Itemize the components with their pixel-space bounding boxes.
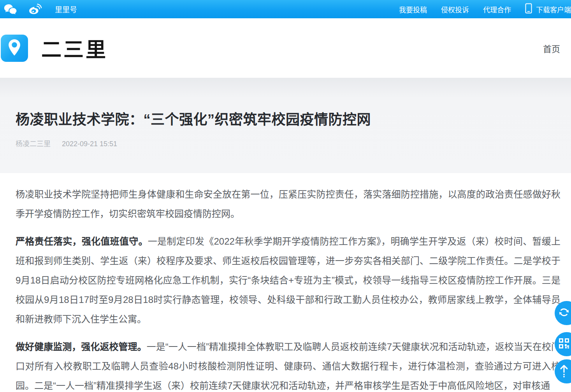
agency-cooperation-link[interactable]: 代理合作	[483, 4, 511, 14]
paragraph-text: 一是制定印发《2022年秋季学期开学疫情防控工作方案》，明确学生开学及返（来）校…	[16, 236, 560, 324]
article-paragraph: 杨凌职业技术学院坚持把师生身体健康和生命安全放在第一位，压紧压实防控责任，落实落…	[16, 185, 560, 224]
download-app-link[interactable]: 下载客户端	[525, 3, 571, 16]
refresh-icon	[558, 306, 571, 320]
wechat-icon[interactable]	[4, 4, 17, 15]
author-name: 杨凌二三里	[16, 140, 51, 148]
paragraph-lead: 做好健康监测，强化返校管理。	[16, 341, 147, 352]
arrow-up-icon	[559, 364, 571, 379]
channel-link[interactable]: 里里号	[55, 4, 77, 14]
article-paragraph: 做好健康监测，强化返校管理。一是“一人一档”精准摸排全体教职工及临聘人员返校前连…	[16, 337, 560, 392]
article-body: 杨凌职业技术学院坚持把师生身体健康和生命安全放在第一位，压紧压实防控责任，落实落…	[0, 173, 571, 392]
byline: 杨凌二三里 2022-09-21 15:51	[16, 138, 555, 148]
nav-home-link[interactable]: 首页	[543, 42, 560, 54]
paragraph-text: 杨凌职业技术学院坚持把师生身体健康和生命安全放在第一位，压紧压实防控责任，落实落…	[16, 189, 560, 219]
weibo-icon[interactable]	[28, 4, 42, 15]
topbar-left: 里里号	[4, 4, 77, 15]
site-logo[interactable]	[1, 35, 28, 62]
map-pin-icon	[6, 38, 23, 58]
paragraph-lead: 严格责任落实，强化值班值守。	[16, 236, 148, 247]
article-title: 杨凌职业技术学院：“三个强化”织密筑牢校园疫情防控网	[16, 78, 555, 128]
phone-icon	[525, 3, 532, 16]
brand-name[interactable]: 二三里	[41, 33, 108, 63]
article-paragraph: 严格责任落实，强化值班值守。一是制定印发《2022年秋季学期开学疫情防控工作方案…	[16, 232, 560, 329]
site-header: 二三里 首页	[0, 18, 571, 78]
topbar-nav: 我要投稿 侵权投诉 代理合作 下载客户端	[399, 3, 571, 16]
infringement-complaint-link[interactable]: 侵权投诉	[441, 4, 469, 14]
publish-time: 2022-09-21 15:51	[62, 140, 117, 148]
submit-article-link[interactable]: 我要投稿	[399, 4, 427, 14]
download-app-label: 下载客户端	[536, 4, 571, 14]
qrcode-icon	[559, 338, 571, 350]
topbar: 里里号 我要投稿 侵权投诉 代理合作 下载客户端	[0, 0, 571, 18]
article-hero: 杨凌职业技术学院：“三个强化”织密筑牢校园疫情防控网 杨凌二三里 2022-09…	[0, 78, 571, 173]
